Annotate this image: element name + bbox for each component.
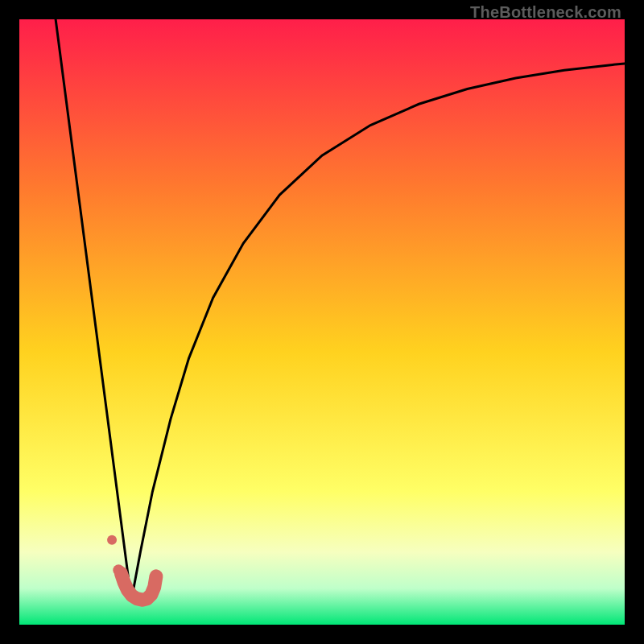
bottleneck-chart <box>19 19 625 625</box>
chart-frame: TheBottleneck.com <box>0 0 644 644</box>
marker-dot <box>107 535 117 545</box>
gradient-background <box>19 19 625 625</box>
chart-svg <box>19 19 625 625</box>
